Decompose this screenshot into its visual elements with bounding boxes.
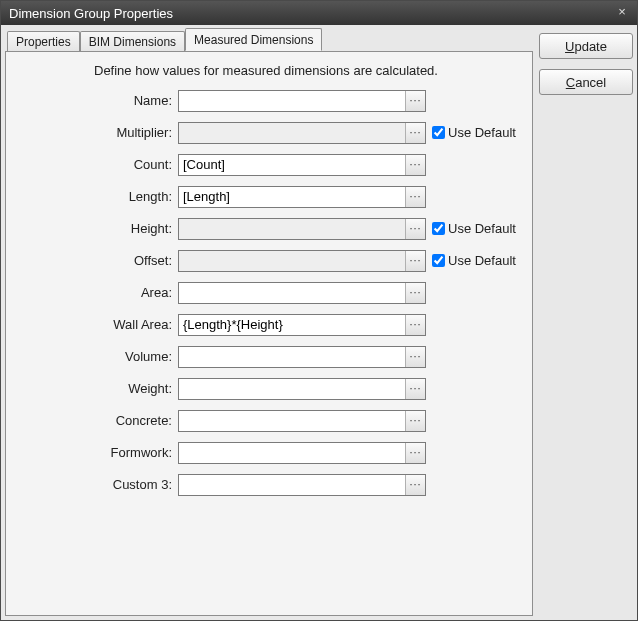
label-name: Name:: [18, 93, 178, 108]
count-text[interactable]: [Count]: [179, 155, 405, 175]
height-use-default-checkbox[interactable]: [432, 222, 445, 235]
label-multiplier: Multiplier:: [18, 125, 178, 140]
update-rest: pdate: [574, 39, 607, 54]
label-wall-area: Wall Area:: [18, 317, 178, 332]
length-browse-button[interactable]: ···: [405, 187, 425, 207]
close-icon[interactable]: ×: [613, 5, 631, 21]
client-area: Properties BIM Dimensions Measured Dimen…: [1, 25, 637, 620]
use-default-label: Use Default: [448, 221, 516, 236]
height-use-default[interactable]: Use Default: [432, 221, 520, 236]
row-count: Count: [Count] ···: [18, 154, 520, 176]
row-area: Area: ···: [18, 282, 520, 304]
row-height: Height: ··· Use Default: [18, 218, 520, 240]
row-offset: Offset: ··· Use Default: [18, 250, 520, 272]
formwork-field[interactable]: ···: [178, 442, 426, 464]
weight-browse-button[interactable]: ···: [405, 379, 425, 399]
tab-strip: Properties BIM Dimensions Measured Dimen…: [5, 29, 533, 51]
weight-text[interactable]: [179, 379, 405, 399]
offset-browse-button[interactable]: ···: [405, 251, 425, 271]
label-area: Area:: [18, 285, 178, 300]
label-offset: Offset:: [18, 253, 178, 268]
multiplier-browse-button[interactable]: ···: [405, 123, 425, 143]
offset-use-default-checkbox[interactable]: [432, 254, 445, 267]
offset-field: ···: [178, 250, 426, 272]
tab-properties[interactable]: Properties: [7, 31, 80, 52]
label-formwork: Formwork:: [18, 445, 178, 460]
multiplier-field: ···: [178, 122, 426, 144]
count-field[interactable]: [Count] ···: [178, 154, 426, 176]
row-weight: Weight: ···: [18, 378, 520, 400]
row-volume: Volume: ···: [18, 346, 520, 368]
update-button[interactable]: Update: [539, 33, 633, 59]
area-field[interactable]: ···: [178, 282, 426, 304]
custom3-text[interactable]: [179, 475, 405, 495]
label-custom3: Custom 3:: [18, 477, 178, 492]
row-multiplier: Multiplier: ··· Use Default: [18, 122, 520, 144]
use-default-label: Use Default: [448, 125, 516, 140]
row-length: Length: [Length] ···: [18, 186, 520, 208]
custom3-field[interactable]: ···: [178, 474, 426, 496]
multiplier-text: [179, 123, 405, 143]
height-text: [179, 219, 405, 239]
cancel-button[interactable]: Cancel: [539, 69, 633, 95]
fields-container: Name: ··· Multiplier:: [18, 90, 520, 496]
wall-area-browse-button[interactable]: ···: [405, 315, 425, 335]
row-name: Name: ···: [18, 90, 520, 112]
offset-use-default[interactable]: Use Default: [432, 253, 520, 268]
left-pane: Properties BIM Dimensions Measured Dimen…: [5, 29, 533, 616]
height-browse-button[interactable]: ···: [405, 219, 425, 239]
dialog-window: Dimension Group Properties × Properties …: [0, 0, 638, 621]
use-default-label: Use Default: [448, 253, 516, 268]
label-length: Length:: [18, 189, 178, 204]
update-hotkey: U: [565, 39, 574, 54]
intro-text: Define how values for measured dimension…: [94, 62, 454, 80]
window-title: Dimension Group Properties: [9, 6, 613, 21]
wall-area-text[interactable]: {Length}*{Height}: [179, 315, 405, 335]
wall-area-field[interactable]: {Length}*{Height} ···: [178, 314, 426, 336]
label-volume: Volume:: [18, 349, 178, 364]
multiplier-use-default-checkbox[interactable]: [432, 126, 445, 139]
label-count: Count:: [18, 157, 178, 172]
volume-text[interactable]: [179, 347, 405, 367]
tab-measured-dimensions[interactable]: Measured Dimensions: [185, 28, 322, 51]
length-field[interactable]: [Length] ···: [178, 186, 426, 208]
name-browse-button[interactable]: ···: [405, 91, 425, 111]
row-custom3: Custom 3: ···: [18, 474, 520, 496]
formwork-text[interactable]: [179, 443, 405, 463]
volume-browse-button[interactable]: ···: [405, 347, 425, 367]
titlebar: Dimension Group Properties ×: [1, 1, 637, 25]
area-browse-button[interactable]: ···: [405, 283, 425, 303]
row-concrete: Concrete: ···: [18, 410, 520, 432]
count-browse-button[interactable]: ···: [405, 155, 425, 175]
row-wall-area: Wall Area: {Length}*{Height} ···: [18, 314, 520, 336]
cancel-hotkey: C: [566, 75, 575, 90]
concrete-field[interactable]: ···: [178, 410, 426, 432]
multiplier-use-default[interactable]: Use Default: [432, 125, 520, 140]
weight-field[interactable]: ···: [178, 378, 426, 400]
tab-panel-measured: Define how values for measured dimension…: [5, 51, 533, 616]
length-text[interactable]: [Length]: [179, 187, 405, 207]
formwork-browse-button[interactable]: ···: [405, 443, 425, 463]
tab-bim-dimensions[interactable]: BIM Dimensions: [80, 31, 185, 52]
label-weight: Weight:: [18, 381, 178, 396]
area-text[interactable]: [179, 283, 405, 303]
label-concrete: Concrete:: [18, 413, 178, 428]
volume-field[interactable]: ···: [178, 346, 426, 368]
right-pane: Update Cancel: [539, 29, 633, 616]
label-height: Height:: [18, 221, 178, 236]
cancel-rest: ancel: [575, 75, 606, 90]
name-text[interactable]: [179, 91, 405, 111]
offset-text: [179, 251, 405, 271]
name-field[interactable]: ···: [178, 90, 426, 112]
row-formwork: Formwork: ···: [18, 442, 520, 464]
concrete-text[interactable]: [179, 411, 405, 431]
height-field: ···: [178, 218, 426, 240]
custom3-browse-button[interactable]: ···: [405, 475, 425, 495]
concrete-browse-button[interactable]: ···: [405, 411, 425, 431]
